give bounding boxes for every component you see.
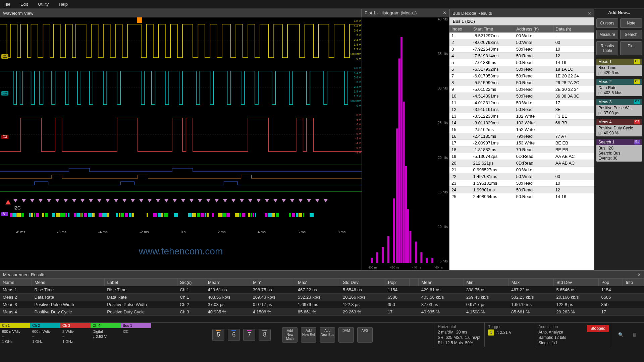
ch5-button[interactable]: 5 xyxy=(212,329,224,341)
search-marker-icon[interactable] xyxy=(156,199,160,202)
dvm-button[interactable]: DVM xyxy=(338,327,354,343)
search-marker-icon[interactable] xyxy=(215,199,219,202)
table-row[interactable]: 221.497031ms50:Write00 xyxy=(449,173,594,180)
waveform-ch3[interactable]: C3 8 V6 V4 V2 V0 V-2 V-4 V-6 V-8 V xyxy=(0,111,362,158)
table-row[interactable]: 16-2.41185ms79:Read77 A7 xyxy=(449,133,594,140)
search-marker-icon[interactable] xyxy=(148,199,152,202)
search-marker-icon[interactable] xyxy=(173,199,177,202)
meas-col-header[interactable]: Pop' xyxy=(385,279,409,286)
table-row[interactable]: 13-3.512233ms102:WriteF3 BE xyxy=(449,113,594,120)
search-marker-icon[interactable] xyxy=(273,199,277,202)
search-marker-icon[interactable] xyxy=(223,199,227,202)
search-marker-icon[interactable] xyxy=(282,199,286,202)
table-row[interactable]: 252.498964ms50:Read14 16 xyxy=(449,193,594,200)
meas-col-header[interactable]: Name xyxy=(0,279,32,286)
acquisition-info[interactable]: Acquisition Auto, Analyze Sample: 12 bit… xyxy=(535,323,585,347)
search-marker-icon[interactable] xyxy=(164,199,168,202)
ch4-tab[interactable]: Ch 4 Digital⏚ 2.53 V xyxy=(91,323,121,347)
waveform-digital[interactable] xyxy=(0,158,362,198)
meas-col-header[interactable]: Min xyxy=(464,279,508,286)
meas1-chip[interactable]: Meas 1C1 Rise Timeµ': 429.6 ns xyxy=(596,59,642,76)
horizontal-info[interactable]: Horizontal 2 ms/div 20 ms SR: 625 MS/s 1… xyxy=(434,323,484,347)
waveform-bus[interactable]: I2C B1 xyxy=(0,198,362,225)
note-button[interactable]: Note xyxy=(620,18,642,28)
ch3-badge[interactable]: C3 xyxy=(1,135,8,139)
decode-col-header[interactable]: Start Time xyxy=(471,25,514,33)
ch2-tab[interactable]: Ch 2 600 mV/div⎓1 GHz xyxy=(30,323,60,347)
search-marker-icon[interactable] xyxy=(72,199,76,202)
trash-icon[interactable]: 🗑 xyxy=(629,330,639,340)
results-table-button[interactable]: Results Table xyxy=(596,41,618,55)
ch1-badge[interactable]: C1 xyxy=(1,54,8,59)
meas4-chip[interactable]: Meas 4C3 Positive Duty Cycleµ': 40.93 % xyxy=(596,119,642,136)
meas-col-header[interactable]: Info xyxy=(623,279,644,286)
table-row[interactable]: Meas 2Data RateData RateCh 1403.56 kb/s2… xyxy=(0,294,644,301)
search-marker-icon[interactable] xyxy=(13,199,17,202)
table-row[interactable]: 1-8.521297ms00:Write-- xyxy=(449,33,594,39)
search-marker-icon[interactable] xyxy=(265,199,269,202)
meas-col-header[interactable]: Std Dev' xyxy=(340,279,385,286)
table-row[interactable]: 11-4.013312ms50:Write17 xyxy=(449,100,594,106)
bus-badge[interactable]: B1 xyxy=(1,212,8,216)
meas-col-header[interactable]: Min' xyxy=(250,279,295,286)
meas3-chip[interactable]: Meas 3C2 Positive Pulse Wi...µ': 37.03 µ… xyxy=(596,99,642,116)
search-button[interactable]: Search xyxy=(620,30,642,39)
search-marker-icon[interactable] xyxy=(39,199,43,202)
search-marker-icon[interactable] xyxy=(64,199,68,202)
search-marker-icon[interactable] xyxy=(97,199,101,202)
search-marker-icon[interactable] xyxy=(299,199,303,202)
table-row[interactable]: 8-5.515999ms50:Read26 28 2A 2C xyxy=(449,79,594,86)
table-row[interactable]: 5-7.01886ms50:Read14 16 xyxy=(449,59,594,66)
meas-col-header[interactable] xyxy=(410,279,419,286)
search-marker-icon[interactable] xyxy=(22,199,26,202)
ch3-tab[interactable]: Ch 3 2 V/div⎓1 GHz xyxy=(60,323,91,347)
table-row[interactable]: 9-5.01522ms50:Read2E 30 32 34 xyxy=(449,86,594,93)
ch2-badge[interactable]: C2 xyxy=(1,91,8,96)
meas-col-header[interactable]: Src(s) xyxy=(177,279,205,286)
ch8-button[interactable]: 8 xyxy=(259,329,271,341)
meas-col-header[interactable]: Std Dev xyxy=(553,279,598,286)
search-marker-icon[interactable] xyxy=(47,199,51,202)
table-row[interactable]: 19-5.130742µs0D:ReadAA AB AC xyxy=(449,153,594,160)
meas-col-header[interactable]: Max xyxy=(508,279,553,286)
table-row[interactable]: Meas 1Rise TimeRise TimeCh 1429.61 ns398… xyxy=(0,286,644,294)
ch6-button[interactable]: 6 xyxy=(228,329,240,341)
table-row[interactable]: 3-7.922643ms50:Read10 xyxy=(449,46,594,53)
meas-col-header[interactable]: Mean xyxy=(419,279,464,286)
waveform-area[interactable]: C1 4.8 V4.2 V3.6 V3 V2.4 V1.8 V1.2 V600 … xyxy=(0,17,362,270)
search-marker-icon[interactable] xyxy=(114,199,118,202)
close-icon[interactable]: ✕ xyxy=(588,11,591,16)
table-row[interactable]: 6-6.517932ms50:Read18 1A 1C xyxy=(449,66,594,73)
table-row[interactable]: 4-7.519814ms50:Read12 xyxy=(449,53,594,59)
decode-col-header[interactable]: Data (h) xyxy=(553,25,594,33)
search-marker-icon[interactable] xyxy=(198,199,202,202)
search-marker-icon[interactable] xyxy=(30,199,34,202)
plot-button[interactable]: Plot xyxy=(620,41,642,55)
decode-col-header[interactable]: Address (h) xyxy=(514,25,553,33)
table-row[interactable]: 18-1.81882ms79:ReadBE EB xyxy=(449,146,594,153)
search-marker-icon[interactable] xyxy=(240,199,244,202)
search-marker-icon[interactable] xyxy=(248,199,252,202)
close-icon[interactable]: ✕ xyxy=(637,272,641,277)
search-marker-icon[interactable] xyxy=(122,199,126,202)
search-marker-icon[interactable] xyxy=(139,199,143,202)
meas-col-header[interactable]: Max' xyxy=(295,279,340,286)
search-marker-icon[interactable] xyxy=(290,199,294,202)
trigger-info[interactable]: Trigger 1 ⎍ 2.21 V xyxy=(484,323,535,347)
cursors-button[interactable]: Cursors xyxy=(596,18,618,28)
menu-file[interactable]: File xyxy=(3,2,10,7)
bus1-tab[interactable]: Bus 1 I2C xyxy=(121,323,151,347)
ch1-tab[interactable]: Ch 1 600 mV/div⎓1 GHz xyxy=(0,323,30,347)
search-marker-icon[interactable] xyxy=(181,199,185,202)
add-bus-button[interactable]: Add New Bus xyxy=(320,327,335,343)
search-marker-icon[interactable] xyxy=(206,199,210,202)
table-row[interactable]: 2-8.020793ms50:Write00 xyxy=(449,39,594,46)
table-row[interactable]: 12-3.915161ms50:Read3E xyxy=(449,106,594,113)
measurement-results-table[interactable]: NameMeasLabelSrc(s)Mean'Min'Max'Std Dev'… xyxy=(0,279,644,316)
table-row[interactable]: 20212.621µs0D:ReadAA AB AC xyxy=(449,160,594,167)
decode-tab[interactable]: Bus 1 (I2C) xyxy=(449,17,594,25)
close-icon[interactable]: ✕ xyxy=(443,10,446,15)
table-row[interactable]: 15-2.5102ms152:Write-- xyxy=(449,126,594,133)
meas2-chip[interactable]: Meas 2C1 Data Rateµ': 403.6 kb/s xyxy=(596,79,642,96)
search-marker-icon[interactable] xyxy=(190,199,194,202)
